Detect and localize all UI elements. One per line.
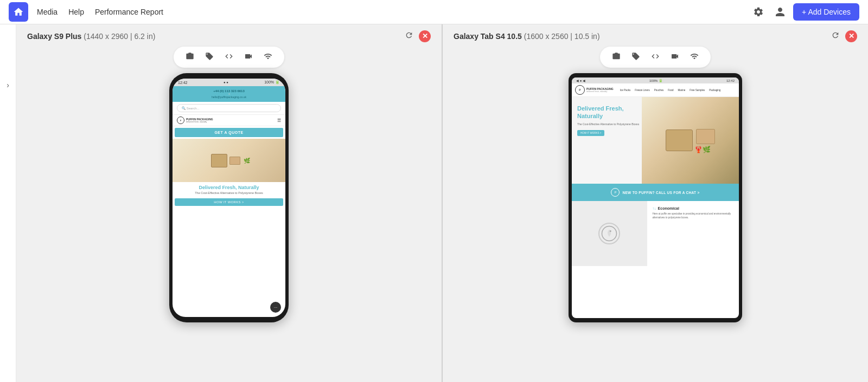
phone-status-battery: 100% 🔋 [264, 80, 280, 85]
sidebar-toggle-button[interactable]: › [4, 79, 11, 92]
tablet-status-battery: 100% 🔋 [649, 79, 662, 82]
tablet-nav-marine[interactable]: Marine [676, 88, 686, 92]
phone-toolbar-wifi[interactable] [259, 50, 277, 64]
tablet-product-box-2 [696, 129, 715, 144]
phone-site-nav: P PUFFIN PACKAGING delivered fresh, natu… [173, 115, 285, 126]
tablet-close-button[interactable]: ✕ [845, 30, 857, 42]
phone-device-title: Galaxy S9 Plus (1440 x 2960 | 6.2 in) [27, 32, 155, 41]
tablet-refresh-button[interactable] [830, 30, 841, 42]
phone-hamburger-icon[interactable]: ☰ [277, 118, 281, 123]
tablet-chat-icon: P [611, 188, 620, 197]
tablet-nav-food[interactable]: Food [667, 88, 674, 92]
phone-site-search: 🔍 Search... [173, 102, 285, 115]
phone-mockup: 12:42 ● ● 100% 🔋 +44 (0) 113 323 6613 ✉ … [169, 73, 289, 322]
phone-fab-button[interactable]: ··· [270, 302, 281, 313]
tablet-product-box-1 [666, 130, 693, 151]
tablet-toolbar-wifi[interactable] [686, 50, 703, 64]
phone-cta-btn[interactable]: GET A QUOTE [175, 128, 283, 137]
tablet-logo-text-area: PUFFIN PACKAGING delivered fresh, natura… [586, 87, 614, 93]
tablet-eco-icon: ↑↓ [653, 206, 656, 210]
tablet-status-bar: ◀ ● ◀ 100% 🔋 12:42 [572, 77, 739, 83]
phone-leaf-accent: 🌿 [244, 158, 250, 164]
tablet-bottom-section: ↑↓ Economical Here at puffin we speciali… [572, 201, 739, 266]
phone-toolbar-camera[interactable] [181, 50, 199, 64]
phone-status-bar: 12:42 ● ● 100% 🔋 [173, 79, 285, 86]
tablet-leaf-accent: 🦞🌿 [694, 146, 717, 153]
phone-toolbar-code[interactable] [220, 50, 238, 64]
tablet-mockup: ◀ ● ◀ 100% 🔋 12:42 P PUFFIN PACKAGING de… [569, 73, 742, 322]
tablet-nav-freeze[interactable]: Freeze Liners [634, 88, 651, 92]
tablet-logo-circle: P [575, 85, 585, 95]
phone-tagline-title: Delivered Fresh, Naturally [177, 185, 281, 190]
home-logo[interactable] [9, 2, 28, 22]
phone-box-1 [211, 154, 227, 167]
phone-tagline-sub: The Cost-Effective Alternative to Polyst… [177, 191, 281, 195]
nav-link-media[interactable]: Media [37, 8, 58, 16]
phone-toolbar [174, 47, 284, 68]
tablet-nav-packaging[interactable]: Packaging [708, 88, 722, 92]
tablet-economical-section: ↑↓ Economical Here at puffin we speciali… [647, 201, 739, 266]
phone-site-header: +44 (0) 113 323 6613 ✉ hello@puffinpacka… [173, 86, 285, 102]
tablet-device-header: Galaxy Tab S4 10.5 (1600 x 2560 | 10.5 i… [443, 30, 868, 47]
tablet-toolbar-camera[interactable] [608, 50, 625, 64]
phone-screen: 12:42 ● ● 100% 🔋 +44 (0) 113 323 6613 ✉ … [173, 79, 285, 317]
nav-links: Media Help Performance Report [37, 8, 163, 16]
account-icon[interactable] [773, 4, 788, 20]
phone-toolbar-tag[interactable] [201, 50, 218, 64]
nav-link-help[interactable]: Help [68, 8, 84, 16]
tablet-hero: Delivered Fresh, Naturally The Cost-Effe… [572, 97, 739, 184]
tablet-eco-text: Here at puffin we specialise in providin… [653, 212, 733, 220]
tablet-site-nav: P PUFFIN PACKAGING delivered fresh, natu… [572, 83, 739, 97]
phone-tagline-area: Delivered Fresh, Naturally The Cost-Effe… [173, 182, 285, 197]
tablet-left-icons: ◀ ● ◀ [576, 79, 585, 82]
tablet-hero-title: Delivered Fresh, Naturally [577, 105, 642, 120]
add-devices-button[interactable]: + Add Devices [793, 3, 859, 21]
phone-product-boxes: 🌿 [173, 139, 285, 182]
phone-logo-circle: P [177, 116, 184, 124]
tablet-hero-image: 🦞🌿 [642, 97, 739, 184]
settings-icon[interactable] [751, 4, 766, 20]
tablet-nav-links: Ice Packs Freeze Liners Pouches Food Mar… [619, 88, 722, 92]
tablet-nav-ice-packs[interactable]: Ice Packs [619, 88, 632, 92]
phone-close-button[interactable]: ✕ [419, 30, 431, 42]
phone-refresh-button[interactable] [404, 30, 414, 42]
phone-cta-bottom[interactable]: HOW IT WORKS > [175, 198, 283, 206]
tablet-puffin-logo-large [598, 223, 620, 244]
tablet-economical-title: ↑↓ Economical [653, 206, 733, 210]
tablet-new-to-text: NEW TO PUFFIN? CALL US FOR A CHAT > [622, 191, 699, 195]
tablet-hero-sub: The Cost-Effective Alternative to Polyst… [577, 122, 642, 126]
tablet-eco-label: Economical [658, 206, 679, 210]
sidebar-panel: › [0, 24, 16, 382]
tablet-toolbar-tag[interactable] [627, 50, 644, 64]
tablet-nav-samples[interactable]: Free Samples [688, 88, 706, 92]
phone-logo-text-group: PUFFIN PACKAGING delivered fresh, natura… [186, 118, 213, 123]
tablet-new-to-bar: P NEW TO PUFFIN? CALL US FOR A CHAT > [572, 184, 739, 201]
tablet-status-time: 12:42 [726, 79, 735, 82]
tablet-toolbar [600, 47, 711, 68]
phone-site-logo: P PUFFIN PACKAGING delivered fresh, natu… [177, 116, 213, 124]
phone-toolbar-video[interactable] [240, 50, 257, 64]
topnav: Media Help Performance Report + Add Devi… [0, 0, 868, 24]
tablet-hero-btn[interactable]: HOW IT WORKS > [577, 130, 604, 136]
phone-search-input[interactable]: 🔍 Search... [177, 104, 281, 112]
phone-site-email: hello@puffinpackaging.co.uk [177, 95, 281, 99]
svg-point-1 [610, 230, 611, 232]
phone-header-actions: ✕ [404, 30, 431, 42]
tablet-bottom-logo-area [572, 201, 647, 266]
phone-product-area: 🌿 [173, 139, 285, 182]
devices-area: Galaxy S9 Plus (1440 x 2960 | 6.2 in) ✕ [16, 24, 868, 382]
tablet-nav-pouches[interactable]: Pouches [653, 88, 665, 92]
tablet-toolbar-code[interactable] [647, 50, 664, 64]
phone-status-time: 12:42 [178, 81, 188, 85]
tablet-toolbar-video[interactable] [666, 50, 684, 64]
phone-device-header: Galaxy S9 Plus (1440 x 2960 | 6.2 in) ✕ [16, 30, 442, 47]
tablet-header-actions: ✕ [830, 30, 857, 42]
topnav-icon-group [751, 4, 788, 20]
tablet-hero-text: Delivered Fresh, Naturally The Cost-Effe… [572, 97, 647, 184]
phone-notch: ● ● [224, 81, 228, 84]
tablet-device-panel: Galaxy Tab S4 10.5 (1600 x 2560 | 10.5 i… [443, 24, 868, 382]
nav-link-performance[interactable]: Performance Report [95, 8, 163, 16]
phone-device-panel: Galaxy S9 Plus (1440 x 2960 | 6.2 in) ✕ [16, 24, 442, 382]
tablet-logo-area: P PUFFIN PACKAGING delivered fresh, natu… [575, 85, 614, 95]
phone-box-2 [229, 157, 240, 165]
